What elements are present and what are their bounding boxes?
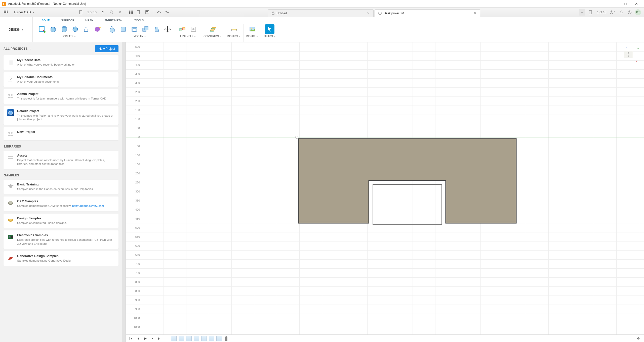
timeline-feature-icon[interactable]: [216, 336, 222, 341]
edit-docs-icon: [7, 75, 14, 82]
fillet-tool-icon[interactable]: [118, 24, 128, 34]
project-card-admin[interactable]: Admin Project This project is for team m…: [4, 89, 118, 104]
card-title: CAM Samples: [17, 200, 115, 203]
timeline-feature-icon[interactable]: [186, 336, 192, 341]
card-title: My Editable Documents: [17, 75, 115, 79]
ribbon-tab-tools[interactable]: TOOLS: [129, 17, 149, 23]
measure-tool-icon[interactable]: [229, 24, 239, 34]
draft-tool-icon[interactable]: [152, 24, 161, 34]
projects-heading[interactable]: ALL PROJECTS ⌄: [4, 47, 31, 51]
redo-icon[interactable]: ↷▾: [164, 9, 170, 16]
viewcube[interactable]: Z Y X TOP: [621, 47, 636, 60]
timeline-feature-icon[interactable]: [179, 336, 184, 341]
sphere-tool-icon[interactable]: [70, 24, 80, 34]
svg-rect-14: [132, 12, 133, 13]
timeline-end-icon[interactable]: ⏵|: [157, 336, 162, 341]
ribbon-tab-sheetmetal[interactable]: SHEET METAL: [99, 17, 129, 23]
doc-tab-desk-project[interactable]: Desk project v1 ✕: [375, 9, 480, 17]
workspace-switcher[interactable]: DESIGN ▼: [6, 26, 26, 33]
svg-rect-4: [5, 12, 6, 13]
box-tool-icon[interactable]: [48, 24, 58, 34]
timeline-playhead[interactable]: [225, 336, 227, 341]
ruler-tick-label: 400: [133, 63, 140, 66]
close-tab-icon[interactable]: ✕: [367, 11, 370, 15]
samples-heading: SAMPLES: [4, 174, 118, 177]
insert-decal-tool-icon[interactable]: [248, 24, 257, 34]
move-tool-icon[interactable]: [163, 24, 172, 34]
svg-point-74: [9, 201, 13, 204]
shell-tool-icon[interactable]: [130, 24, 139, 34]
ribbon-tab-surface[interactable]: SURFACE: [56, 17, 80, 23]
svg-rect-13: [131, 12, 132, 13]
combine-tool-icon[interactable]: [141, 24, 150, 34]
svg-rect-72: [10, 187, 12, 188]
team-dropdown-button[interactable]: Turner CAD ▼: [11, 9, 37, 15]
project-card-default[interactable]: Default Project This comes with Fusion a…: [4, 106, 118, 125]
ribbon-group-label[interactable]: ASSEMBLE ▼: [180, 35, 196, 38]
doc-tab-untitled[interactable]: Untitled ✕: [268, 9, 374, 17]
part-icon: [7, 200, 14, 207]
project-card-recent[interactable]: My Recent Data A list of what you've rec…: [4, 55, 118, 70]
close-panel-icon[interactable]: ✕: [117, 9, 123, 16]
svg-rect-80: [373, 184, 442, 225]
window-close-button[interactable]: ✕: [631, 0, 642, 8]
user-avatar[interactable]: GT: [635, 9, 641, 15]
ribbon-group-label[interactable]: MODIFY ▼: [134, 35, 146, 38]
file-menu-icon[interactable]: ▾: [136, 9, 142, 16]
timeline-prev-icon[interactable]: ⏴: [136, 336, 141, 341]
window-minimize-button[interactable]: –: [609, 0, 620, 8]
refresh-icon[interactable]: ↻: [100, 9, 106, 16]
help-icon[interactable]: ?: [626, 9, 633, 16]
close-tab-icon[interactable]: ✕: [474, 11, 476, 15]
card-desc: Samples used in the Hands-on exercises i…: [17, 187, 115, 191]
asbuilt-joint-tool-icon[interactable]: [189, 24, 198, 34]
data-panel-toggle-icon[interactable]: [3, 9, 9, 16]
ruler-tick-label: 300: [133, 190, 140, 193]
sample-card-generative[interactable]: Generative Design Samples Samples demons…: [4, 251, 118, 266]
timeline-next-icon[interactable]: ⏵: [150, 336, 155, 341]
ribbon-group-label[interactable]: CREATE ▼: [63, 35, 76, 38]
sample-card-design[interactable]: Design Samples Samples of completed Fusi…: [4, 214, 118, 228]
ribbon-tab-solid[interactable]: SOLID: [36, 17, 56, 23]
search-icon[interactable]: [108, 9, 115, 16]
sample-card-electronics[interactable]: Electronics Samples Electronic project f…: [4, 230, 118, 249]
job-status-icon[interactable]: 1: [609, 9, 616, 16]
modeling-canvas[interactable]: 5004504003503002502001501005005010015020…: [126, 42, 644, 342]
new-tab-button[interactable]: ＋: [579, 9, 585, 16]
sketch-tool-icon[interactable]: [37, 24, 47, 34]
project-card-editable[interactable]: My Editable Documents A list of your edi…: [4, 72, 118, 87]
data-panel-scrollbar[interactable]: [122, 42, 126, 342]
select-tool-icon[interactable]: [265, 24, 274, 34]
library-card-assets[interactable]: Assets Project that contains assets used…: [4, 151, 118, 169]
timeline-start-icon[interactable]: |⏴: [129, 336, 134, 341]
timeline-feature-icon[interactable]: [194, 336, 199, 341]
form-tool-icon[interactable]: [93, 24, 102, 34]
save-icon[interactable]: [144, 9, 150, 16]
extrude-tool-icon[interactable]: [82, 24, 91, 34]
timeline-feature-icon[interactable]: [171, 336, 177, 341]
presspull-tool-icon[interactable]: [107, 24, 117, 34]
new-project-button[interactable]: New Project: [95, 45, 118, 52]
undo-icon[interactable]: ↶▾: [156, 9, 162, 16]
window-maximize-button[interactable]: □: [620, 0, 631, 8]
timeline-play-icon[interactable]: ▶: [143, 336, 148, 341]
desk-body[interactable]: [298, 138, 517, 224]
cam-link[interactable]: http://autode.sk/f360cam: [72, 204, 104, 207]
sample-card-basic-training[interactable]: Basic Training Samples used in the Hands…: [4, 180, 118, 194]
ribbon-group-label[interactable]: INSERT ▼: [246, 35, 258, 38]
viewcube-face[interactable]: TOP: [624, 51, 633, 58]
cylinder-tool-icon[interactable]: [59, 24, 69, 34]
notifications-icon[interactable]: [618, 9, 624, 16]
project-card-new[interactable]: New Project: [4, 127, 118, 140]
ribbon-group-label[interactable]: INSPECT ▼: [227, 35, 241, 38]
timeline-feature-icon[interactable]: [201, 336, 207, 341]
sample-card-cam[interactable]: CAM Samples Samples demonstrating CAM fu…: [4, 197, 118, 211]
timeline-settings-icon[interactable]: ⚙: [636, 336, 641, 341]
timeline-feature-icon[interactable]: [209, 336, 214, 341]
app-grid-icon[interactable]: [128, 9, 134, 16]
plane-tool-icon[interactable]: [208, 24, 218, 34]
joint-tool-icon[interactable]: [178, 24, 187, 34]
ribbon-group-label[interactable]: SELECT ▼: [263, 35, 276, 38]
ribbon-tab-mesh[interactable]: MESH: [80, 17, 99, 23]
ribbon-group-label[interactable]: CONSTRUCT ▼: [204, 35, 222, 38]
